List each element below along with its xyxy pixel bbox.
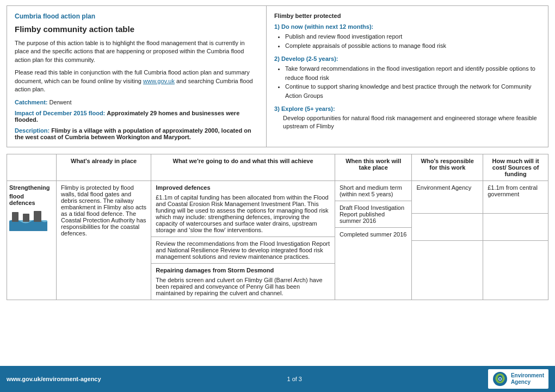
achieve-text-3: The debris screen and culvert on Flimby …: [156, 277, 330, 296]
description-label: Description:: [15, 127, 50, 134]
footer-url: www.gov.uk/environment-agency: [7, 376, 101, 382]
when-col: Short and medium term (within next 5 yea…: [335, 181, 412, 300]
when-3: Completed summer 2016: [340, 231, 407, 238]
improved-defences-title: Improved defences: [156, 184, 330, 191]
footer: www.gov.uk/environment-agency 1 of 3 Env…: [0, 366, 555, 392]
footer-logo-text: Environment Agency: [511, 372, 544, 385]
table-row-1: Strengthening flood defences Flimby is p…: [7, 181, 548, 300]
protected-title: Flimby better protected: [274, 13, 540, 19]
already-in-place: Flimby is protected by flood walls, tida…: [57, 181, 151, 300]
row-header: Strengthening flood defences: [7, 181, 57, 300]
description-para-2: Please read this table in conjunction wi…: [15, 69, 258, 94]
catchment-label: Catchment:: [15, 99, 48, 105]
environment-agency-logo-icon: [492, 371, 508, 387]
svg-point-6: [499, 378, 501, 380]
section2-item-1: Take forward recommendations in the floo…: [285, 64, 540, 82]
section1-list: Publish and review flood investigation r…: [285, 32, 540, 50]
section1-item-2: Complete appraisals of possible actions …: [285, 41, 540, 51]
section2-item-2: Continue to support sharing knowledge an…: [285, 82, 540, 100]
section3-text: Develop opportunities for natural flood …: [283, 114, 540, 131]
community-title: Flimby community action table: [15, 24, 258, 34]
impact-label: Impact of December 2015 flood:: [15, 110, 105, 116]
col6-header: How much will it cost/ Sources of fundin…: [483, 154, 548, 181]
section1-title: 1) Do now (within next 12 months):: [274, 23, 540, 30]
col4-header: When this work will take place: [335, 154, 412, 181]
footer-logo: Environment Agency: [488, 369, 548, 389]
col3-header: What we're going to do and what this wil…: [151, 154, 335, 181]
when-1: Short and medium term (within next 5 yea…: [340, 184, 402, 197]
footer-logo-line2: Agency: [511, 379, 544, 385]
col1-header: [7, 154, 57, 181]
repairing-title: Repairing damages from Storm Desmond: [156, 267, 330, 273]
cost-col: £1.1m from central government: [483, 181, 548, 300]
section2-title: 2) Develop (2-5 years):: [274, 55, 540, 62]
section3-title: 3) Explore (5+ years):: [274, 105, 540, 112]
cost-1: £1.1m from central government: [488, 184, 538, 197]
col5-header: Who's responsible for this work: [412, 154, 483, 181]
who-col: Environment Agency: [412, 181, 483, 300]
achieve-text-1: £1.1m of capital funding has been alloca…: [156, 194, 330, 233]
footer-logo-line1: Environment: [511, 372, 544, 379]
who-1: Environment Agency: [416, 184, 471, 191]
svg-rect-2: [23, 214, 29, 222]
col2-header: What's already in place: [57, 154, 151, 181]
flood-icon: [9, 209, 47, 231]
row-title-line3: defences: [9, 200, 54, 206]
section2-list: Take forward recommendations in the floo…: [285, 64, 540, 100]
row-title-line1: Strengthening: [9, 184, 54, 191]
row-title-line2: flood: [9, 193, 54, 200]
gov-uk-link[interactable]: www.gov.uk: [143, 78, 175, 84]
plan-title: Cumbria flood action plan: [15, 13, 258, 20]
description-para-1: The purpose of this action table is to h…: [15, 39, 258, 64]
svg-rect-1: [12, 212, 18, 222]
footer-page: 1 of 3: [287, 376, 302, 382]
achieve-col: Improved defences £1.1m of capital fundi…: [151, 181, 335, 300]
achieve-text-2: Review the recommendations from the Floo…: [156, 240, 330, 260]
action-table: What's already in place What we're going…: [7, 154, 548, 300]
section1-item-1: Publish and review flood investigation r…: [285, 32, 540, 41]
svg-rect-3: [34, 211, 41, 222]
catchment-value: Derwent: [50, 99, 72, 105]
description-value: Flimby is a village with a population of…: [15, 127, 251, 140]
when-2: Draft Flood Investigation Report publish…: [340, 204, 404, 224]
